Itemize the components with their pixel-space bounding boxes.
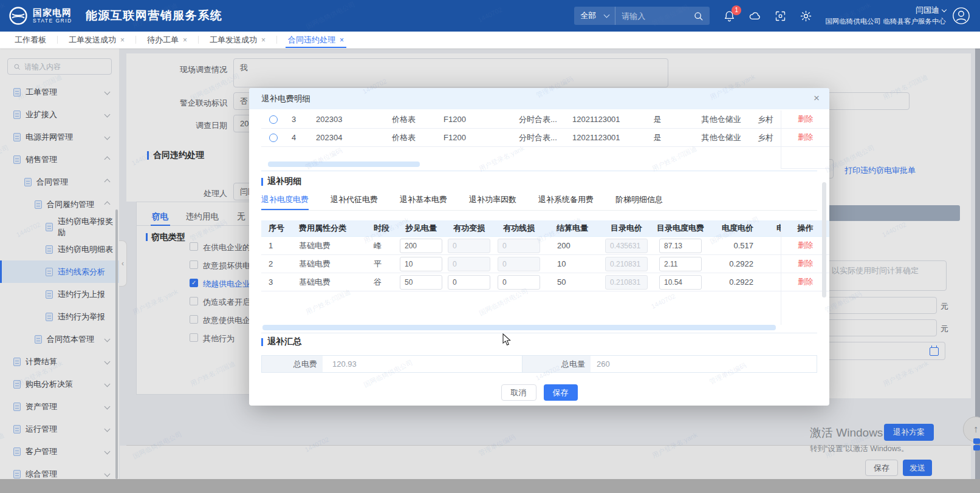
delete-row-link[interactable]: 删除: [798, 240, 813, 251]
brand-name-cn: 国家电网: [33, 8, 72, 17]
catalog-price-input[interactable]: [605, 257, 648, 271]
col-header: 目录电度电费: [654, 223, 707, 234]
tab-separator: [198, 36, 199, 44]
catalog-price-input[interactable]: [605, 275, 648, 290]
row-radio[interactable]: [269, 115, 278, 124]
brand-name-en: STATE GRID: [33, 18, 72, 24]
notification-bell-icon[interactable]: 1: [723, 10, 736, 22]
tab-order-sent-1[interactable]: 工单发送成功×: [66, 32, 127, 48]
tab-collection-fee[interactable]: 退补代征电费: [331, 194, 378, 210]
fee-row: 3 基础电费 谷 50 0.2922: [261, 273, 817, 291]
close-icon[interactable]: [814, 93, 820, 103]
cell-flag: 是: [630, 114, 685, 125]
delete-row-link[interactable]: 删除: [798, 132, 813, 143]
refund-fee-detail-modal: 退补电费明细 3 202303 价格表 F1200 分时合表... 120211…: [249, 88, 829, 406]
delete-row-link[interactable]: 删除: [798, 277, 813, 287]
fullscreen-icon[interactable]: [774, 10, 787, 22]
cell-seq: 3: [278, 115, 308, 124]
cell-settle-qty: 50: [546, 277, 599, 287]
close-icon[interactable]: ×: [120, 36, 125, 44]
notification-badge: 1: [732, 5, 741, 15]
cell-meter-type: 分时合表...: [515, 114, 572, 125]
global-search-input[interactable]: [615, 12, 693, 21]
row-radio[interactable]: [269, 134, 278, 142]
fee-table-header: 序号 费用属性分类 时段 抄见电量 有功变损 有功线损 结算电量 目录电价 目录…: [261, 220, 817, 237]
search-scope-value: 全部: [580, 10, 596, 21]
global-search: 全部: [574, 7, 710, 25]
catalog-fee-input[interactable]: [659, 257, 702, 271]
tab-separator: [276, 36, 277, 44]
col-header: 目录电价: [599, 223, 654, 234]
table-row[interactable]: 4 202304 价格表 F1200 分时合表... 12021123001 是…: [261, 129, 817, 147]
line-loss-input[interactable]: [498, 275, 540, 290]
cell-category: 基础电费: [293, 259, 372, 270]
col-header: 抄见电量: [396, 223, 446, 234]
section-title-refund-detail: 退补明细: [261, 176, 301, 187]
section-label: 退补汇总: [267, 336, 301, 347]
brand-block: 国家电网 STATE GRID: [33, 8, 72, 24]
line-loss-input[interactable]: [498, 257, 540, 271]
tab-separator: [135, 36, 136, 44]
catalog-price-input[interactable]: [605, 239, 648, 253]
tab-ladder-detail[interactable]: 阶梯明细信息: [615, 194, 663, 210]
tab-separator: [57, 36, 58, 44]
tab-system-reserve-fee[interactable]: 退补系统备用费: [538, 194, 594, 210]
read-qty-input[interactable]: [400, 257, 442, 271]
fee-table: 序号 费用属性分类 时段 抄见电量 有功变损 有功线损 结算电量 目录电价 目录…: [261, 220, 817, 333]
close-icon[interactable]: ×: [183, 36, 187, 44]
tab-contract-breach[interactable]: 合同违约处理×: [286, 32, 346, 48]
col-header: 费用属性分类: [293, 223, 372, 234]
cell-category: 基础电费: [293, 277, 372, 288]
tab-label: 工作看板: [15, 35, 46, 46]
period-table: 3 202303 价格表 F1200 分时合表... 12021123001 是…: [261, 110, 817, 171]
horizontal-scrollbar[interactable]: [268, 162, 420, 167]
read-qty-input[interactable]: [400, 275, 442, 290]
chevron-down-icon: [604, 12, 610, 18]
horizontal-scrollbar[interactable]: [262, 325, 776, 330]
read-qty-input[interactable]: [400, 239, 442, 253]
settings-gear-icon[interactable]: [800, 10, 812, 22]
user-block[interactable]: 闫国迪 国网临猗供电公司 临猗县客户服务中心: [825, 5, 946, 26]
var-loss-input[interactable]: [448, 239, 490, 253]
save-button[interactable]: 保存: [544, 384, 578, 401]
cell-period: 峰: [372, 240, 396, 251]
line-loss-input[interactable]: [498, 239, 540, 253]
tab-power-factor[interactable]: 退补功率因数: [469, 194, 516, 210]
tab-basic-fee[interactable]: 退补基本电费: [400, 194, 447, 210]
total-fee-value: 120.93: [323, 359, 522, 369]
modal-footer: 取消 保存: [249, 384, 829, 401]
cell-period: 平: [372, 259, 396, 270]
var-loss-input[interactable]: [448, 275, 490, 290]
search-scope-select[interactable]: 全部: [574, 7, 615, 25]
col-header: 时段: [372, 223, 396, 234]
search-icon[interactable]: [693, 11, 704, 21]
close-icon[interactable]: ×: [261, 36, 266, 44]
cell-contract-no: 12021123001: [572, 133, 630, 142]
table-row[interactable]: 3 202303 价格表 F1200 分时合表... 12021123001 是…: [261, 110, 817, 129]
modal-header: 退补电费明细: [249, 88, 829, 109]
cell-code: F1200: [439, 115, 515, 124]
tab-order-sent-2[interactable]: 工单发送成功×: [207, 32, 268, 48]
total-qty-label: 总电量: [523, 356, 591, 372]
cell-flag: 是: [630, 132, 685, 143]
cell-seq: 2: [261, 259, 293, 268]
catalog-fee-input[interactable]: [659, 275, 702, 290]
tab-energy-fee[interactable]: 退补电度电费: [261, 194, 309, 210]
close-icon[interactable]: ×: [340, 36, 344, 44]
catalog-fee-input[interactable]: [659, 239, 702, 253]
avatar[interactable]: [952, 7, 970, 25]
cell-code: F1200: [439, 133, 515, 142]
tab-workboard[interactable]: 工作看板: [12, 32, 49, 48]
cell-unit-price: 0.2922: [707, 277, 759, 287]
col-header: 序号: [261, 223, 293, 234]
var-loss-input[interactable]: [448, 257, 490, 271]
state-grid-logo-icon: [9, 6, 28, 25]
delete-row-link[interactable]: 删除: [798, 114, 813, 124]
tab-todo-orders[interactable]: 待办工单×: [145, 32, 190, 48]
delete-row-link[interactable]: 删除: [798, 259, 813, 269]
tab-label: 待办工单: [147, 35, 179, 46]
section-label: 退补明细: [267, 176, 301, 187]
cancel-button[interactable]: 取消: [501, 384, 536, 401]
modal-vertical-scrollbar[interactable]: [822, 182, 826, 298]
cloud-icon[interactable]: [749, 10, 761, 22]
